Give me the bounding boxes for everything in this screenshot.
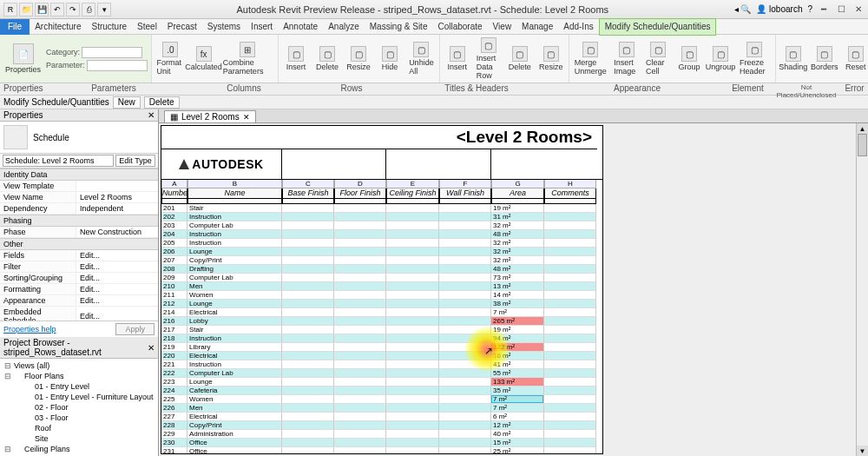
table-cell[interactable] (439, 230, 491, 239)
table-cell[interactable] (334, 300, 386, 308)
table-cell[interactable] (544, 204, 596, 213)
table-cell[interactable] (282, 317, 334, 326)
table-cell[interactable]: 35 m² (491, 387, 544, 395)
table-cell[interactable] (334, 291, 386, 300)
table-cell[interactable] (544, 308, 596, 317)
col-letter[interactable]: A (161, 180, 187, 188)
vertical-scrollbar[interactable]: ▲ ▼ (856, 123, 868, 456)
prop-row[interactable]: AppearanceEdit... (0, 295, 158, 307)
prop-row[interactable]: View NameLevel 2 Rooms (0, 192, 158, 203)
table-cell[interactable]: Electrical (187, 413, 282, 421)
schedule-body[interactable]: 201Stair19 m²202Instruction31 m²203Compu… (161, 204, 602, 453)
prop-value[interactable]: Independent (76, 203, 158, 214)
table-cell[interactable] (334, 282, 386, 291)
table-cell[interactable] (386, 395, 439, 404)
table-cell[interactable]: Cafeteria (187, 387, 282, 395)
tab-level2rooms[interactable]: ▦ Level 2 Rooms ✕ (164, 110, 256, 122)
menu-architecture[interactable]: Architecture (30, 19, 86, 35)
table-cell[interactable] (334, 369, 386, 378)
table-cell[interactable] (544, 248, 596, 256)
title-merge-unmerge-button[interactable]: ▢Merge Unmerge (573, 41, 609, 76)
table-cell[interactable]: 203 (161, 221, 187, 230)
menu-collaborate[interactable]: Collaborate (432, 19, 487, 35)
table-cell[interactable]: 133 m² (491, 378, 544, 387)
combine-button[interactable]: ⊞Combine Parameters (221, 41, 274, 76)
table-cell[interactable] (334, 413, 386, 421)
tree-toggle-icon[interactable]: ⊟ (3, 444, 12, 454)
table-cell[interactable] (282, 334, 334, 343)
menu-precast[interactable]: Precast (162, 19, 202, 35)
table-cell[interactable]: 14 m² (491, 291, 544, 300)
table-cell[interactable] (386, 404, 439, 413)
table-cell[interactable] (334, 343, 386, 352)
table-cell[interactable]: 202 (161, 213, 187, 221)
table-cell[interactable]: Electrical (187, 352, 282, 360)
table-cell[interactable] (334, 352, 386, 360)
table-cell[interactable] (282, 230, 334, 239)
table-row[interactable]: 212Lounge38 m² (161, 300, 602, 308)
menu-structure[interactable]: Structure (86, 19, 132, 35)
table-cell[interactable] (386, 239, 439, 248)
tree-node[interactable]: 03 - Floor (3, 413, 155, 423)
table-cell[interactable] (282, 256, 334, 265)
table-cell[interactable] (439, 213, 491, 221)
table-cell[interactable] (282, 291, 334, 300)
prop-value[interactable]: Edit... (76, 284, 158, 294)
table-cell[interactable] (544, 439, 596, 447)
table-cell[interactable]: 210 (161, 282, 187, 291)
table-cell[interactable]: 31 m² (491, 213, 544, 221)
table-cell[interactable]: Women (187, 395, 282, 404)
table-row[interactable]: 207Copy/Print32 m² (161, 256, 602, 265)
table-cell[interactable]: 19 m² (491, 326, 544, 334)
table-cell[interactable] (544, 282, 596, 291)
table-cell[interactable] (282, 352, 334, 360)
type-selector[interactable]: Schedule (0, 122, 158, 153)
table-cell[interactable] (386, 360, 439, 369)
table-cell[interactable]: Stair (187, 326, 282, 334)
table-cell[interactable] (439, 239, 491, 248)
table-cell[interactable] (386, 439, 439, 447)
prop-row[interactable]: FilterEdit... (0, 261, 158, 273)
prop-row[interactable]: Sorting/GroupingEdit... (0, 273, 158, 284)
table-cell[interactable]: 227 (161, 413, 187, 421)
table-cell[interactable] (282, 221, 334, 230)
col-letter[interactable]: G (491, 180, 544, 188)
table-cell[interactable] (282, 300, 334, 308)
col-letter[interactable]: F (439, 180, 491, 188)
col-letter[interactable]: C (282, 180, 334, 188)
scroll-down-icon[interactable]: ▼ (857, 446, 868, 456)
save-icon[interactable]: 💾 (35, 3, 49, 17)
table-cell[interactable] (386, 369, 439, 378)
app-shading-button[interactable]: ▢Shading (779, 45, 807, 72)
table-cell[interactable] (334, 421, 386, 430)
table-cell[interactable] (544, 447, 596, 453)
menu-analyze[interactable]: Analyze (323, 19, 365, 35)
table-cell[interactable] (386, 352, 439, 360)
col-letter[interactable]: B (187, 180, 282, 188)
properties-button[interactable]: 📄Properties (3, 43, 43, 75)
schedule-table[interactable]: <Level 2 Rooms> AUTODESK ABCDEFGH Number… (161, 125, 603, 454)
menu-insert[interactable]: Insert (246, 19, 278, 35)
table-cell[interactable] (439, 274, 491, 282)
table-row[interactable]: 206Lounge32 m² (161, 248, 602, 256)
redo-icon[interactable]: ↷ (66, 3, 80, 17)
table-cell[interactable] (282, 395, 334, 404)
table-cell[interactable] (282, 413, 334, 421)
table-cell[interactable]: 223 (161, 378, 187, 387)
table-cell[interactable]: 219 (161, 343, 187, 352)
table-cell[interactable]: Instruction (187, 230, 282, 239)
col-resize-button[interactable]: ▢Resize (345, 45, 372, 72)
table-cell[interactable]: Instruction (187, 213, 282, 221)
table-cell[interactable]: 201 (161, 204, 187, 213)
table-cell[interactable]: 38 m² (491, 300, 544, 308)
table-cell[interactable]: Lobby (187, 317, 282, 326)
table-cell[interactable] (544, 430, 596, 439)
table-cell[interactable]: 94 m² (491, 334, 544, 343)
table-cell[interactable]: 222 (161, 369, 187, 378)
table-cell[interactable] (544, 274, 596, 282)
col-letter[interactable]: E (386, 180, 439, 188)
table-cell[interactable] (386, 421, 439, 430)
table-cell[interactable]: Copy/Print (187, 256, 282, 265)
table-cell[interactable]: Drafting (187, 265, 282, 274)
table-cell[interactable] (544, 326, 596, 334)
